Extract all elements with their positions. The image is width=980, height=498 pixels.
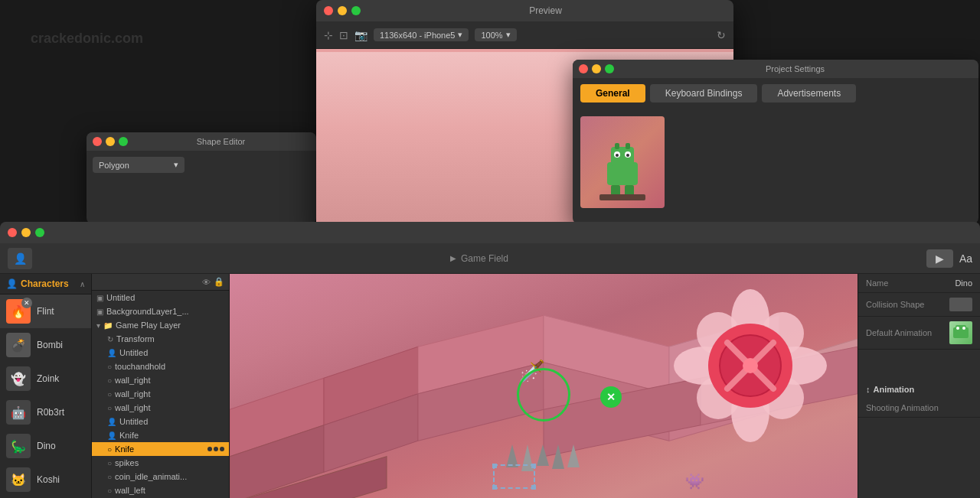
dot-button[interactable] [220,295,224,300]
project-settings-content [573,109,978,216]
tab-general[interactable]: General [580,84,645,103]
zoom-selector[interactable]: 100% ▾ [475,28,516,41]
x-marker: ✕ [600,386,622,408]
preview-toolbar: ⊹ ⊡ 📷 1136x640 - iPhone5 ▾ 100% ▾ ↻ [316,21,733,49]
scene-item-knife-person[interactable]: 👤 Knife [92,428,229,442]
polygon-dropdown[interactable]: Polygon ▾ [93,157,185,173]
character-item-bombi[interactable]: 💣 Bombi [0,328,91,362]
preview-close-button[interactable] [324,6,333,15]
svg-rect-6 [615,143,619,149]
game-canvas: ⊞ 🔒 ◎ ⚙ [230,274,858,498]
main-minimize-button[interactable] [21,228,31,237]
character-item-zoink[interactable]: 👻 Zoink [0,362,91,395]
scene-item-background-layer[interactable]: ▣ BackgroundLayer1_... [92,304,229,318]
scene-panel-header: 👁 🔒 [92,274,229,291]
prop-collision-row: Collision Shape [858,293,980,317]
ps-zoom-button[interactable] [605,64,614,73]
close-button[interactable] [93,137,102,146]
project-settings-window: Project Settings General Keyboard Bindin… [573,60,978,224]
characters-header: 👤 Characters ∧ [0,274,91,295]
pointer-icon[interactable]: ⊹ [324,29,333,41]
lock-icon[interactable]: 🔒 [214,277,224,287]
ps-minimize-button[interactable] [592,64,601,73]
scene-item-wall-left-1[interactable]: ○ wall_left [92,483,229,497]
ps-close-button[interactable] [579,64,588,73]
prop-shooting-anim-row: Shooting Animation [858,399,980,418]
shape-editor-body: Polygon ▾ [87,151,316,179]
prop-name-row: Name Dino [858,274,980,293]
content-row: 👤 Characters ∧ 🔥 ✕ Flint 💣 Bombi [0,274,980,498]
person-icon: 👤 [6,278,18,289]
play-button[interactable]: ▶ [926,249,953,268]
circle-icon: ○ [107,487,112,495]
eye-icon[interactable]: 👁 [202,278,211,287]
dino-name: Dino [37,441,56,451]
scene-item-touchandhold[interactable]: ○ touchandhold [92,360,229,373]
preview-minimize-button[interactable] [338,6,347,15]
dot-button[interactable] [214,295,218,300]
circle-icon: ○ [107,459,112,467]
flower-enemy [674,289,827,442]
scene-item-knife-selected[interactable]: ○ Knife [92,442,229,456]
svg-point-37 [743,358,758,373]
scene-item-spikes[interactable]: ○ spikes [92,456,229,470]
project-preview-image [580,116,665,208]
dot-button[interactable] [207,295,212,300]
scene-item-untitled-3[interactable]: 👤 Untitled [92,415,229,428]
character-item-r0b3rt[interactable]: 🤖 R0b3rt [0,395,91,429]
shape-editor-titlebar: Shape Editor [87,132,316,151]
flint-delete-button[interactable]: ✕ [21,298,32,308]
svg-rect-8 [611,185,620,196]
scene-item-transform[interactable]: ↻ Transform [92,332,229,346]
scene-item-wall-right-1[interactable]: ○ wall_right [92,373,229,387]
dot-button-2[interactable] [214,447,218,451]
characters-sidebar: 👤 Characters ∧ 🔥 ✕ Flint 💣 Bombi [0,274,92,498]
camera-icon[interactable]: 📷 [354,29,368,41]
main-window: 👤 ▶ Game Field ▶ Aa 👤 Characters ∧ 🔥 [0,222,980,498]
dot-button-1[interactable] [207,447,212,451]
person-icon: 👤 [107,349,116,357]
scene-item-untitled-2[interactable]: 👤 Untitled [92,346,229,360]
chevron-up-icon[interactable]: ∧ [80,280,85,288]
transform-icon: ↻ [107,335,113,343]
flint-name: Flint [37,306,54,317]
scene-item-untitled-1[interactable]: ▣ Untitled [92,291,229,304]
aa-button[interactable]: Aa [959,252,972,265]
minimize-button[interactable] [106,137,115,146]
properties-panel: Name Dino Collision Shape Default Animat… [858,274,980,498]
svg-rect-1 [611,147,634,166]
scene-item-wall-right-2[interactable]: ○ wall_right [92,387,229,401]
preview-zoom-button[interactable] [351,6,361,15]
project-settings-tabs: General Keyboard Bindings Advertisements [573,78,978,109]
expand-icon[interactable]: ⊡ [339,29,348,41]
dot-button-3[interactable] [220,447,224,451]
animation-section: ↕ Animation [858,380,980,399]
add-character-button[interactable]: 👤 [8,248,32,269]
character-item-dino[interactable]: 🦕 Dino [0,429,91,463]
zoom-button[interactable] [119,137,128,146]
scene-item-coin-idle[interactable]: ○ coin_idle_animati... [92,470,229,483]
scene-item-game-play-layer[interactable]: ▾ 📁 Game Play Layer [92,318,229,332]
r0b3rt-avatar: 🤖 [6,400,31,425]
toolbar-right: ▶ Aa [926,249,972,268]
svg-point-41 [962,327,965,330]
main-window-titlebar [0,222,980,243]
tab-keyboard-bindings[interactable]: Keyboard Bindings [650,84,758,103]
project-settings-titlebar: Project Settings [573,60,978,78]
chevron-down-icon: ▾ [506,30,511,40]
circle-icon: ○ [107,404,112,412]
bombi-name: Bombi [37,340,63,350]
scene-hierarchy-panel: 👁 🔒 ▣ Untitled ▣ BackgroundLayer1_... [92,274,230,498]
svg-rect-7 [626,143,630,149]
tab-advertisements[interactable]: Advertisements [762,84,856,103]
character-item-flint[interactable]: 🔥 ✕ Flint [0,295,91,328]
character-item-koshi[interactable]: 🐱 Koshi [0,463,91,496]
animation-icon: ↕ [866,385,871,394]
scene-item-wall-right-3[interactable]: ○ wall_right [92,401,229,415]
svg-rect-9 [625,185,634,196]
main-zoom-button[interactable] [35,228,44,237]
refresh-icon[interactable]: ↻ [717,29,726,41]
svg-point-5 [626,154,629,157]
device-selector[interactable]: 1136x640 - iPhone5 ▾ [374,28,469,41]
main-close-button[interactable] [8,228,17,237]
